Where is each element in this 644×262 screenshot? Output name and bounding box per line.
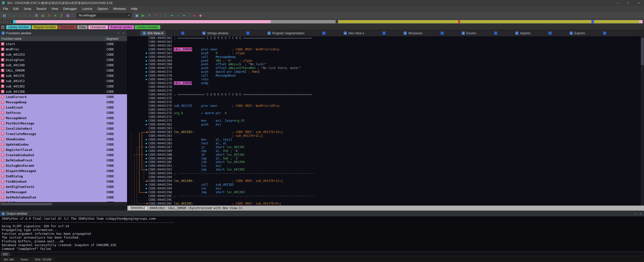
function-row-sub-4013c2[interactable]: fsub_4013C2CODE [0,78,127,84]
disasm-line[interactable]: CODE:0040138B jb short loc_4013AC [148,153,644,157]
disasm-line[interactable]: CODE:00401394 [148,175,644,179]
column-function-name[interactable]: Function name [0,36,105,41]
disasm-line[interactable]: CODE:00401383 [148,126,644,130]
function-row-wndproc[interactable]: fWndProcCODE [0,47,127,52]
tab-structures[interactable]: ≡Structures [401,31,425,36]
function-row-updatewindow[interactable]: fUpdateWindowCODE [0,142,127,147]
function-row-start[interactable]: fstartCODE [0,41,127,47]
nav-band[interactable] [11,20,643,23]
disasm-line[interactable]: CODE:0040137E [148,100,644,104]
function-row-messagebeep[interactable]: fMessageBeepCODE [0,100,127,105]
jump-address-icon[interactable]: ↓ [27,13,33,18]
function-row-showwindow[interactable]: fShowWindowCODE [0,137,127,142]
disasm-line[interactable]: CODE:00401362 CALL_ERROR proc near ; COD… [148,48,644,51]
tab-hex-view-1[interactable]: ≡Hex View-1 [341,31,367,36]
lumina-pull-icon[interactable]: ● [53,13,58,18]
dock-icon[interactable] [181,31,184,35]
disasm-line[interactable]: CODE:0040137D [148,85,644,89]
tab-exports[interactable]: ≡Exports [567,31,587,36]
debugger-attach-icon[interactable]: ▣ [134,13,140,18]
disasm-line[interactable]: CODE:00401364 call MessageBeep [148,55,644,59]
step-into-icon[interactable]: ↓ [163,13,168,18]
function-row-dialogboxparama[interactable]: fDialogBoxParamACODE [0,163,127,168]
debugger-selector[interactable]: No debugger▾ [77,13,132,18]
functions-window-float-button[interactable]: □ [116,31,120,35]
disasm-line[interactable]: CODE:0040138D cmp al, 5Ah ; 'Z' [148,157,644,160]
menu-item-options[interactable]: Options [95,6,111,12]
script-file-icon[interactable]: ƒ [59,13,64,18]
function-row-sub-4013d2[interactable]: fsub_4013D2CODE [0,84,127,89]
output-window-close-button[interactable]: × [638,212,642,216]
disasm-line[interactable]: CODE:00401394 call sub_4013D2 [148,183,644,187]
function-row-setfocus[interactable]: fSetFocusCODE [0,110,127,115]
names-window-icon[interactable]: ≣ [34,13,39,18]
run-to-cursor-icon[interactable]: ▸ [182,13,187,18]
save-database-icon[interactable]: ▤ [2,13,7,18]
disasm-line[interactable]: CODE:0040137E [148,115,644,119]
disasm-line[interactable]: CODE:0040137E mov esi, [esp+arg_0] [148,119,644,123]
function-row-sub-40134d[interactable]: fsub_40134DCODE [0,62,127,68]
function-row-messageboxa[interactable]: fMessageBoxACODE [0,115,127,121]
disasm-line[interactable]: CODE:00401369 push 30h ; '0' ; uType [148,59,644,63]
disasm-line[interactable]: CODE:0040139C [148,198,644,202]
functions-column-header[interactable]: Function name Segment [0,36,127,41]
disasm-line[interactable]: CODE:00401383 loc_401383: ; CODE XREF: s… [148,130,644,134]
bookmark-icon[interactable]: ◆ [198,13,203,18]
menu-item-help[interactable]: Help [128,6,140,12]
disasm-line[interactable]: CODE:0040137E arg_0 = dword ptr 4 [148,111,644,115]
tab-strings-window[interactable]: ≡Strings window [200,31,230,36]
dock-icon[interactable] [603,31,606,35]
disasm-line[interactable]: CODE:0040137E sub_40137E proc near ; COD… [148,104,644,108]
function-row-sub-401253[interactable]: fsub_401253CODE [0,52,127,57]
function-row-createwindowexa[interactable]: fCreateWindowExACODE [0,152,127,158]
listing-vscroll-thumb[interactable] [641,38,644,65]
menu-item-windows[interactable]: Windows [111,6,129,12]
column-segment[interactable]: Segment [105,37,127,41]
tab-enums[interactable]: ≡Enums [459,31,478,36]
disasm-line[interactable]: CODE:00401391 inc esi [148,164,644,168]
disasm-line[interactable]: CODE:00401394 loc_401394: ; CODE XREF: s… [148,179,644,183]
disasm-line[interactable]: CODE:0040139C ; ------------------------… [148,194,644,198]
dock-icon[interactable] [494,31,497,35]
disasm-line[interactable]: CODE:00401370 push offset aNoLuckThereMa… [148,66,644,70]
disasm-line[interactable]: CODE:00401392 jmp short loc_401383 [148,168,644,172]
disasm-line[interactable]: CODE:00401399 inc esi [148,187,644,190]
disasm-line[interactable]: CODE:0040137E [148,96,644,100]
function-row-getdlgitemtexta[interactable]: fGetDlgItemTextACODE [0,184,127,189]
tab-imports[interactable]: ≡Imports [513,31,533,36]
function-row-getmessagea[interactable]: fGetMessageACODE [0,189,127,195]
function-row-getmodulehandlea[interactable]: fGetModuleHandleACODE [0,195,127,200]
disasm-line[interactable]: CODE:00401362 ; =============== S U B R … [148,36,644,40]
disasm-line[interactable]: CODE:0040139C loc_40139C: ; CODE XREF: s… [148,202,644,206]
disasm-line[interactable]: CODE:0040139A jmp short loc_401383 [148,190,644,194]
disasm-line[interactable]: CODE:00401383 ; sub_40137E+1C↓j [148,134,644,138]
disasm-line[interactable]: CODE:00401385 test al, al [148,142,644,145]
dock-icon[interactable] [322,31,326,35]
pause-process-icon[interactable]: ‖ [147,13,152,18]
menu-item-edit[interactable]: Edit [11,6,21,12]
function-row-loadcursora[interactable]: fLoadCursorACODE [0,94,127,100]
menu-item-debugger[interactable]: Debugger [61,6,79,12]
disasm-line[interactable]: CODE:00401383 mov al, [esi] [148,138,644,142]
disasm-line[interactable]: CODE:00401378 call MessageBoxA [148,74,644,78]
tab-ida-view-a[interactable]: ≡IDA View-A [140,31,166,36]
function-row-registerclassa[interactable]: fRegisterClassACODE [0,147,127,152]
disasm-line[interactable]: CODE:00401394 ; ------------------------… [148,172,644,175]
maximize-button[interactable]: □ [623,0,633,6]
menu-item-file[interactable]: File [1,6,11,12]
function-row-invalidaterect[interactable]: fInvalidateRectCODE [0,126,127,131]
functions-window-close-button[interactable]: × [122,31,126,35]
disasm-line[interactable]: CODE:0040137E [148,108,644,112]
listing-vscrollbar[interactable] [640,36,644,206]
function-row-postquitmessage[interactable]: fPostQuitMessageCODE [0,121,127,126]
menu-item-lumina[interactable]: Lumina [79,6,95,12]
disasm-line[interactable]: CODE:00401387 jz short loc_40139C [148,145,644,149]
disasm-line[interactable]: CODE:00401375 push dword ptr [ebp+8] ; h… [148,70,644,74]
function-row-dialogfunc[interactable]: fDialogFuncCODE [0,57,127,62]
close-button[interactable]: × [633,0,644,6]
disasm-line[interactable]: CODE:0040136B push offset aNoLuck ; "No … [148,62,644,66]
menu-item-view[interactable]: View [49,6,61,12]
output-window-float-button[interactable]: □ [633,212,637,216]
minimize-button[interactable]: – [612,0,623,6]
disasm-line[interactable]: CODE:00401362 [148,44,644,48]
